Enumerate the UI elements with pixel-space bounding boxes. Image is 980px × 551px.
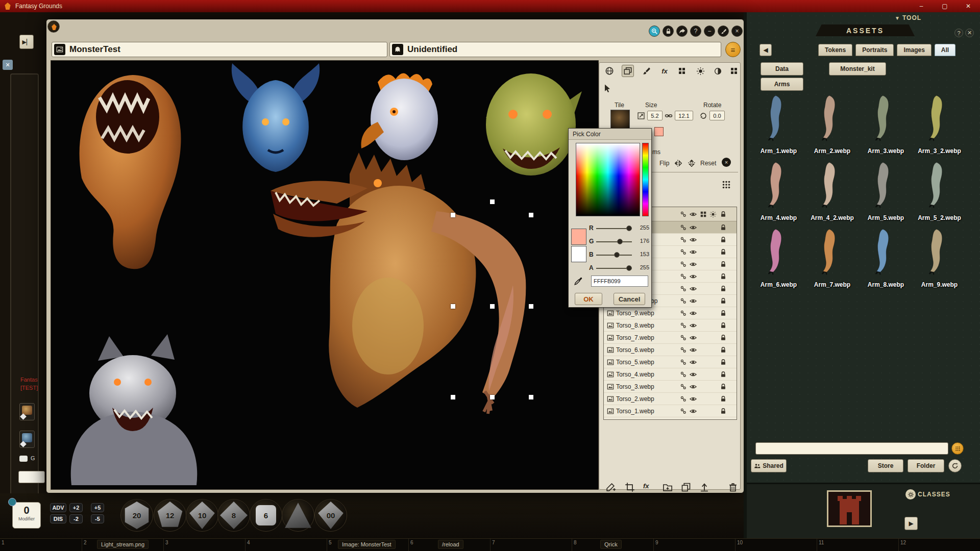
lighting-mode-icon[interactable] <box>694 65 706 77</box>
cancel-button[interactable]: Cancel <box>614 293 645 305</box>
sidebar-expand-button[interactable]: ▶▏ <box>19 35 34 49</box>
layer-link-icon[interactable] <box>680 346 687 354</box>
rotate-icon[interactable] <box>699 112 707 120</box>
lock-column-icon[interactable] <box>720 211 727 218</box>
tool-collapse-icon[interactable]: ▼ <box>895 15 900 21</box>
layer-visibility-icon[interactable] <box>690 322 697 329</box>
grid-mode-icon[interactable] <box>728 65 740 77</box>
minimize-button[interactable]: – <box>910 0 933 12</box>
map-mode-icon[interactable] <box>603 65 616 77</box>
asset-tab[interactable]: Portraits <box>855 44 894 56</box>
layer-visibility-icon[interactable] <box>690 359 697 366</box>
layers-mode-icon[interactable] <box>622 65 634 77</box>
layer-lock-icon[interactable] <box>720 334 727 341</box>
layer-visibility-icon[interactable] <box>690 383 697 390</box>
asset-item[interactable]: Arm_9.webp <box>913 224 966 291</box>
asset-tab[interactable]: All <box>935 44 955 56</box>
layer-link-icon[interactable] <box>680 236 687 243</box>
layer-lock-icon[interactable] <box>720 395 727 403</box>
export-layer-icon[interactable] <box>699 482 709 492</box>
layer-lock-icon[interactable] <box>720 322 727 329</box>
fx-mode-icon[interactable]: fx <box>658 65 671 77</box>
asset-item[interactable]: Arm_3.webp <box>859 91 913 158</box>
duplicate-layer-icon[interactable] <box>681 482 691 492</box>
layer-link-icon[interactable] <box>680 224 687 231</box>
asset-item[interactable]: Arm_7.webp <box>805 224 859 291</box>
zoom-icon[interactable] <box>649 26 660 37</box>
category-arms-button[interactable]: Arms <box>761 78 803 91</box>
layer-visibility-icon[interactable] <box>690 395 697 403</box>
window-minimize-icon[interactable]: − <box>704 26 715 37</box>
panel-close-icon[interactable]: ✕ <box>3 60 13 70</box>
share-icon[interactable] <box>676 26 688 37</box>
hue-strip[interactable] <box>642 143 649 216</box>
module-data-button[interactable]: Data <box>761 62 803 76</box>
new-folder-icon[interactable] <box>663 482 673 492</box>
close-button[interactable]: ✕ <box>957 0 980 12</box>
layer-row[interactable]: Torso_1.webp <box>604 405 737 417</box>
layer-lock-icon[interactable] <box>720 297 727 305</box>
layer-link-icon[interactable] <box>680 310 687 317</box>
plus5-button[interactable]: +5 <box>91 503 104 512</box>
hotkey-slot[interactable]: 1 <box>0 539 82 551</box>
layer-row[interactable]: Torso_4.webp <box>604 368 737 381</box>
monster-lizard-selected[interactable] <box>271 153 526 414</box>
layer-visibility-icon[interactable] <box>690 236 697 243</box>
layer-lock-icon[interactable] <box>720 346 727 354</box>
dis-button[interactable]: DIS <box>50 514 66 523</box>
layer-lock-icon[interactable] <box>720 359 727 366</box>
size-width-value[interactable]: 5.2 <box>647 111 663 120</box>
asset-item[interactable]: Arm_2.webp <box>805 91 859 158</box>
store-button[interactable]: Store <box>868 459 903 472</box>
layer-link-icon[interactable] <box>680 285 687 292</box>
hotkey-slot[interactable]: 12 <box>898 539 980 551</box>
hotkey-entry[interactable]: /reload <box>438 540 463 549</box>
hotkey-slot[interactable]: 11 <box>817 539 898 551</box>
classes-tower-image[interactable] <box>827 490 872 527</box>
modifier-box[interactable]: 0 Modifier <box>12 502 41 529</box>
layer-visibility-icon[interactable] <box>690 224 697 231</box>
selection-handle[interactable] <box>529 304 533 309</box>
hotkey-slot[interactable]: 10 <box>735 539 817 551</box>
flip-vertical-icon[interactable] <box>687 159 696 168</box>
classes-play-button[interactable]: ▶ <box>904 517 918 530</box>
flip-horizontal-icon[interactable] <box>674 159 683 168</box>
asset-search-input[interactable] <box>755 442 948 455</box>
slider-handle[interactable] <box>626 265 632 271</box>
layer-visibility-icon[interactable] <box>690 297 697 305</box>
layer-row[interactable]: Torso_9.webp <box>604 307 737 319</box>
layer-lock-icon[interactable] <box>720 273 727 280</box>
layer-lock-icon[interactable] <box>720 408 727 415</box>
selection-handle[interactable] <box>529 395 533 399</box>
tool-help-icon[interactable]: ? <box>954 29 963 37</box>
layer-lock-icon[interactable] <box>720 371 727 378</box>
layer-link-icon[interactable] <box>680 383 687 390</box>
asset-item[interactable]: Arm_4.webp <box>752 158 805 224</box>
hotkey-slot[interactable]: 3 <box>163 539 245 551</box>
layer-fx-icon[interactable]: fx <box>643 482 653 492</box>
back-button[interactable]: ◀ <box>760 44 772 56</box>
refresh-button[interactable] <box>948 459 962 472</box>
layer-lock-icon[interactable] <box>720 236 727 243</box>
link-dimensions-icon[interactable] <box>665 112 673 120</box>
asset-item[interactable]: Arm_4_2.webp <box>805 158 859 224</box>
radial-menu-button[interactable]: ≡ <box>725 42 741 57</box>
layer-lock-icon[interactable] <box>720 248 727 256</box>
tiles-column-icon[interactable] <box>700 211 707 218</box>
layer-link-icon[interactable] <box>680 334 687 341</box>
asset-item[interactable]: Arm_6.webp <box>752 224 805 291</box>
channel-slider[interactable] <box>596 268 632 269</box>
layer-visibility-icon[interactable] <box>690 334 697 341</box>
saturation-value-picker[interactable] <box>576 143 640 216</box>
layer-lock-icon[interactable] <box>720 285 727 292</box>
channel-slider[interactable] <box>596 228 632 229</box>
layer-visibility-icon[interactable] <box>690 408 697 415</box>
minus2-button[interactable]: -2 <box>69 514 83 523</box>
hotkey-entry[interactable]: Qrick <box>600 540 622 549</box>
maximize-button[interactable]: ▢ <box>933 0 957 12</box>
hotkey-slot[interactable]: 9 <box>653 539 735 551</box>
layer-lock-icon[interactable] <box>720 383 727 390</box>
image-name-field[interactable]: MonsterTest <box>52 42 387 57</box>
paint-mode-icon[interactable] <box>640 65 652 77</box>
expand-size-icon[interactable] <box>637 112 645 120</box>
